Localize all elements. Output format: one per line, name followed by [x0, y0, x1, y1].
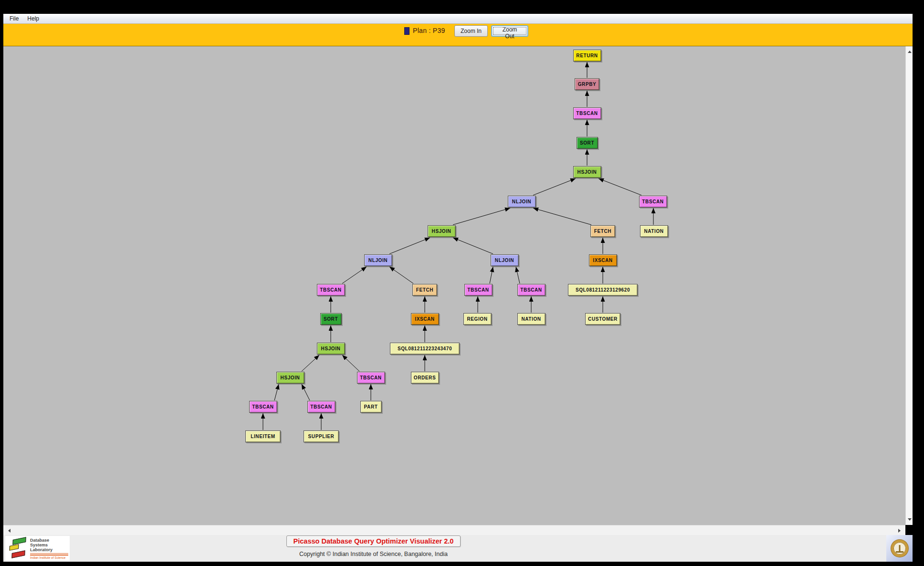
- tree-edge: [516, 267, 520, 283]
- tree-node-hsjoin[interactable]: HSJOIN: [276, 372, 304, 384]
- tree-node-hsjoin[interactable]: HSJOIN: [317, 343, 345, 355]
- scroll-right-icon[interactable]: [898, 529, 901, 533]
- plan-canvas: RETURNGRPBYTBSCANSORTHSJOINNLJOINTBSCANN…: [3, 46, 905, 525]
- tree-node-nation[interactable]: NATION: [640, 225, 668, 237]
- tree-node-customer[interactable]: CUSTOMER: [585, 313, 620, 325]
- tree-node-fetch[interactable]: FETCH: [412, 284, 437, 296]
- toolbar: Plan : P39 Zoom In Zoom Out: [3, 24, 913, 46]
- tree-node-orders[interactable]: ORDERS: [411, 372, 439, 384]
- zoom-out-button[interactable]: Zoom Out: [491, 25, 528, 37]
- zoom-in-button[interactable]: Zoom In: [454, 25, 488, 37]
- tree-edge: [302, 384, 310, 400]
- footer-bar: Database Systems Laboratory Indian Insti…: [3, 535, 913, 562]
- tree-node-sort[interactable]: SORT: [577, 137, 598, 149]
- menu-bar: File Help: [3, 14, 913, 24]
- copyright-text: Copyright © Indian Institute of Science,…: [286, 551, 461, 557]
- tree-node-tbscan[interactable]: TBSCAN: [639, 196, 667, 208]
- dsl-logo-line2: Systems: [30, 543, 52, 547]
- scroll-down-icon[interactable]: [908, 518, 912, 521]
- menu-item-help[interactable]: Help: [24, 15, 42, 22]
- tree-node-sql081211223129620[interactable]: SQL081211223129620: [568, 284, 638, 296]
- lego-brick-red-icon: [11, 550, 25, 558]
- lego-brick-green-icon: [12, 537, 26, 545]
- app-title: Picasso Database Query Optimizer Visuali…: [294, 537, 454, 545]
- tree-edge: [533, 178, 576, 195]
- tree-edge: [490, 267, 493, 283]
- iisc-emblem-ring: [891, 540, 908, 557]
- tree-edge: [533, 208, 591, 225]
- dsl-logo-divider: [30, 553, 68, 554]
- tree-edge: [453, 238, 493, 254]
- scroll-left-icon[interactable]: [8, 529, 10, 533]
- tree-edge: [389, 267, 413, 283]
- tree-edge: [389, 238, 430, 254]
- tree-node-tbscan[interactable]: TBSCAN: [307, 401, 336, 413]
- tree-edge: [302, 355, 319, 371]
- dsl-logo-subtitle: Indian Institute of Science: [30, 556, 65, 559]
- dsl-logo: Database Systems Laboratory Indian Insti…: [5, 536, 70, 561]
- tree-node-tbscan[interactable]: TBSCAN: [517, 284, 546, 296]
- tree-edge: [342, 267, 367, 283]
- tree-node-tbscan[interactable]: TBSCAN: [573, 107, 601, 119]
- iisc-emblem-base: [896, 551, 903, 553]
- tree-node-part[interactable]: PART: [360, 401, 382, 413]
- tree-node-nation[interactable]: NATION: [517, 313, 546, 325]
- tree-node-tbscan[interactable]: TBSCAN: [317, 284, 345, 296]
- lego-brick-yellow-icon: [10, 544, 19, 551]
- tree-node-nljoin[interactable]: NLJOIN: [491, 254, 519, 266]
- tree-node-hsjoin[interactable]: HSJOIN: [573, 166, 601, 178]
- tree-node-nljoin[interactable]: NLJOIN: [364, 254, 392, 266]
- tree-node-grpby[interactable]: GRPBY: [575, 78, 599, 90]
- tree-node-fetch[interactable]: FETCH: [590, 225, 615, 237]
- tree-node-return[interactable]: RETURN: [573, 50, 601, 62]
- horizontal-scrollbar[interactable]: [3, 525, 905, 535]
- plan-tree-edges: [3, 46, 905, 525]
- dsl-logo-text: Database Systems Laboratory: [30, 538, 52, 552]
- plan-color-chip-icon: [404, 27, 410, 35]
- dsl-logo-line3: Laboratory: [30, 547, 52, 552]
- tree-node-ixscan[interactable]: IXSCAN: [411, 313, 439, 325]
- tree-node-supplier[interactable]: SUPPLIER: [304, 430, 339, 442]
- tree-node-nljoin[interactable]: NLJOIN: [508, 196, 536, 208]
- tree-edge: [342, 355, 359, 371]
- plan-label: Plan : P39: [413, 27, 445, 34]
- menu-item-file[interactable]: File: [6, 15, 22, 22]
- tree-node-lineitem[interactable]: LINEITEM: [245, 430, 281, 442]
- app-title-box: Picasso Database Query Optimizer Visuali…: [286, 535, 461, 547]
- iisc-emblem-icon: [886, 535, 913, 562]
- tree-node-tbscan[interactable]: TBSCAN: [249, 401, 277, 413]
- tree-node-sort[interactable]: SORT: [320, 313, 342, 325]
- tree-node-region[interactable]: REGION: [463, 313, 492, 325]
- tree-node-hsjoin[interactable]: HSJOIN: [428, 225, 456, 237]
- tree-node-tbscan[interactable]: TBSCAN: [464, 284, 493, 296]
- tree-node-sql081211223243470[interactable]: SQL081211223243470: [390, 343, 460, 355]
- scroll-up-icon[interactable]: [908, 51, 912, 53]
- tree-edge: [598, 178, 641, 195]
- tree-edge: [453, 208, 510, 225]
- dsl-logo-line1: Database: [30, 538, 52, 543]
- tree-node-ixscan[interactable]: IXSCAN: [589, 254, 617, 266]
- app-window: File Help Plan : P39 Zoom In Zoom Out RE…: [0, 0, 924, 566]
- tree-node-tbscan[interactable]: TBSCAN: [357, 372, 385, 384]
- vertical-scrollbar[interactable]: [905, 46, 913, 525]
- tree-edge: [274, 384, 279, 400]
